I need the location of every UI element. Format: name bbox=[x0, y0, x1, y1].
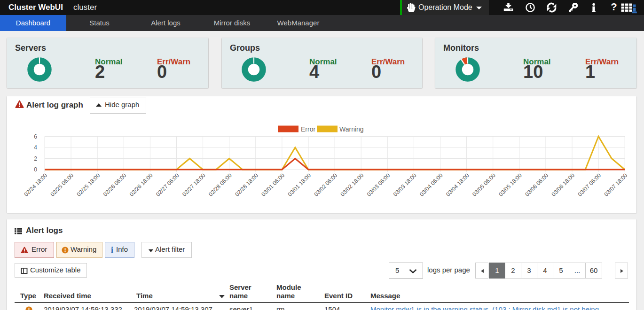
svg-text:03/02 06:00: 03/02 06:00 bbox=[313, 172, 338, 198]
svg-text:02/25 18:00: 02/25 18:00 bbox=[76, 172, 102, 198]
svg-text:Error: Error bbox=[301, 125, 315, 133]
svg-text:03/06 06:00: 03/06 06:00 bbox=[524, 172, 550, 198]
svg-text:03/05 06:00: 03/05 06:00 bbox=[471, 172, 497, 198]
svg-text:03/06 18:00: 03/06 18:00 bbox=[550, 172, 576, 198]
svg-text:02/28 18:00: 02/28 18:00 bbox=[234, 172, 259, 198]
svg-text:0: 0 bbox=[34, 166, 37, 173]
svg-text:03/05 18:00: 03/05 18:00 bbox=[497, 172, 523, 198]
svg-text:03/07 18:00: 03/07 18:00 bbox=[603, 172, 629, 198]
svg-text:02/28 06:00: 02/28 06:00 bbox=[207, 172, 233, 198]
svg-text:03/03 18:00: 03/03 18:00 bbox=[392, 172, 418, 198]
svg-text:6: 6 bbox=[34, 133, 37, 140]
svg-text:03/04 06:00: 03/04 06:00 bbox=[418, 172, 444, 198]
svg-text:03/07 06:00: 03/07 06:00 bbox=[576, 172, 602, 198]
svg-text:03/03 06:00: 03/03 06:00 bbox=[366, 172, 392, 198]
svg-text:2: 2 bbox=[34, 155, 37, 162]
svg-text:02/26 06:00: 02/26 06:00 bbox=[102, 172, 128, 198]
svg-text:Warning: Warning bbox=[339, 125, 364, 133]
svg-text:03/01 06:00: 03/01 06:00 bbox=[260, 172, 286, 198]
svg-text:03/04 18:00: 03/04 18:00 bbox=[445, 172, 471, 198]
svg-text:02/27 18:00: 02/27 18:00 bbox=[181, 172, 207, 198]
svg-text:03/02 18:00: 03/02 18:00 bbox=[339, 172, 365, 198]
svg-text:02/25 06:00: 02/25 06:00 bbox=[49, 172, 75, 198]
svg-text:02/24 18:00: 02/24 18:00 bbox=[23, 172, 48, 198]
svg-text:03/01 18:00: 03/01 18:00 bbox=[286, 172, 312, 198]
svg-text:02/26 18:00: 02/26 18:00 bbox=[128, 172, 154, 198]
svg-text:4: 4 bbox=[34, 144, 37, 151]
svg-text:02/27 06:00: 02/27 06:00 bbox=[155, 172, 181, 198]
